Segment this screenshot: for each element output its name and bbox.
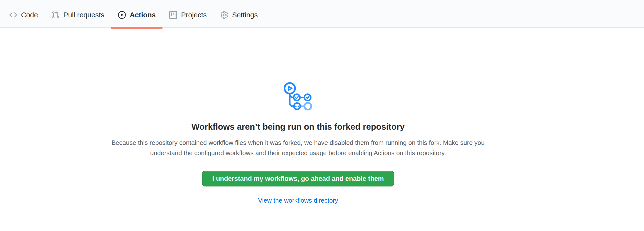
gear-icon bbox=[220, 11, 228, 19]
tab-pull-requests[interactable]: Pull requests bbox=[45, 3, 111, 28]
tab-projects[interactable]: Projects bbox=[162, 3, 214, 28]
play-circle-icon bbox=[118, 11, 126, 19]
tab-code[interactable]: Code bbox=[2, 3, 45, 28]
blankslate-heading: Workflows aren’t being run on this forke… bbox=[192, 121, 405, 132]
project-board-icon bbox=[169, 11, 177, 19]
tab-label: Pull requests bbox=[63, 11, 104, 19]
tab-settings[interactable]: Settings bbox=[214, 3, 264, 28]
tab-label: Projects bbox=[181, 11, 207, 19]
git-pull-request-icon bbox=[52, 11, 59, 19]
code-icon bbox=[9, 11, 17, 19]
enable-workflows-button[interactable]: I understand my workflows, go ahead and … bbox=[202, 171, 394, 186]
active-tab-indicator bbox=[111, 27, 162, 29]
blankslate-description: Because this repository contained workfl… bbox=[101, 137, 496, 158]
tab-actions[interactable]: Actions bbox=[111, 3, 162, 28]
workflows-directory-link[interactable]: View the workflows directory bbox=[258, 196, 338, 204]
repo-tab-bar: Code Pull requests Actions Projects Sett… bbox=[0, 0, 644, 28]
tab-label: Actions bbox=[130, 11, 156, 19]
tab-label: Code bbox=[21, 11, 38, 19]
workflow-illustration-icon bbox=[283, 82, 313, 111]
tab-label: Settings bbox=[232, 11, 258, 19]
main-content: Workflows aren’t being run on this forke… bbox=[0, 28, 596, 204]
